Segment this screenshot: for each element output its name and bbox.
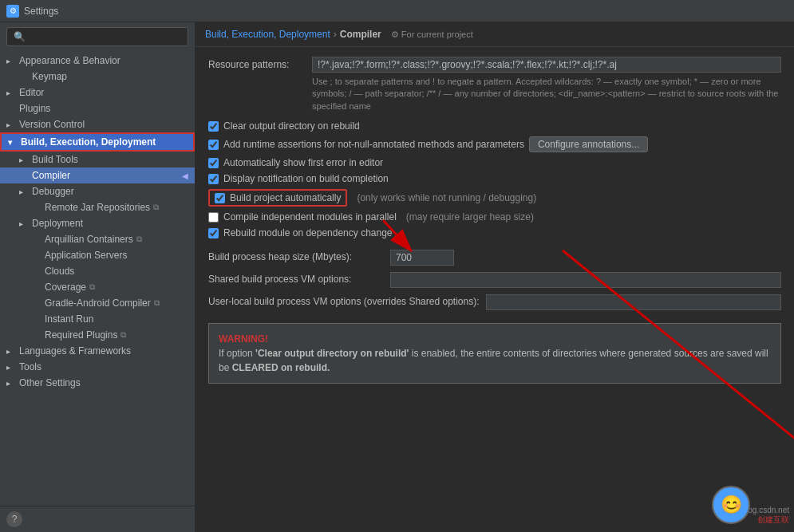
sidebar-item-editor[interactable]: ▸ Editor [0, 85, 195, 100]
warning-box: WARNING! If option 'Clear output directo… [208, 323, 781, 384]
build-auto-checkbox[interactable] [215, 193, 225, 203]
add-runtime-checkbox[interactable] [208, 140, 219, 150]
expand-arrow: ▸ [6, 379, 19, 388]
sidebar-item-build-exec-deploy[interactable]: ▾ Build, Execution, Deployment [0, 132, 195, 152]
breadcrumb: Build, Execution, Deployment › Compiler … [196, 22, 794, 47]
auto-show-error-label: Automatically show first error in editor [223, 157, 383, 168]
help-button[interactable]: ? [6, 511, 22, 527]
user-local-vm-input[interactable] [486, 294, 782, 310]
sidebar-item-remote-jar[interactable]: Remote Jar Repositories ⧉ [0, 199, 195, 215]
external-icon: ⧉ [136, 234, 142, 244]
resource-patterns-input[interactable] [312, 57, 781, 73]
breadcrumb-scope: ⚙ For current project [391, 30, 473, 40]
add-runtime-row: Add runtime assertions for not-null-anno… [208, 136, 781, 152]
sidebar-item-languages[interactable]: ▸ Languages & Frameworks [0, 343, 195, 359]
sidebar: ▸ Appearance & Behavior Keymap ▸ Editor … [0, 22, 196, 532]
build-auto-checkbox-box: Build project automatically [208, 189, 347, 207]
breadcrumb-link[interactable]: Build, Execution, Deployment [205, 29, 330, 40]
expand-arrow: ▸ [19, 187, 32, 196]
heap-size-input[interactable] [390, 250, 454, 266]
auto-show-error-checkbox[interactable] [208, 158, 219, 168]
sidebar-item-compiler[interactable]: Compiler ◀ [0, 167, 195, 183]
sidebar-tree: ▸ Appearance & Behavior Keymap ▸ Editor … [0, 51, 195, 506]
sidebar-item-appearance[interactable]: ▸ Appearance & Behavior [0, 53, 195, 69]
user-local-vm-label: User-local build process VM options (ove… [208, 294, 480, 307]
build-auto-row: Build project automatically (only works … [208, 189, 781, 207]
build-auto-note: (only works while not running / debuggin… [357, 192, 536, 203]
display-notification-row: Display notification on build completion [208, 173, 781, 184]
sidebar-item-deployment[interactable]: ▸ Deployment [0, 215, 195, 231]
clear-output-checkbox[interactable] [208, 121, 219, 132]
content-wrapper: Build, Execution, Deployment › Compiler … [196, 22, 794, 532]
expand-arrow: ▸ [6, 120, 19, 129]
sidebar-item-plugins[interactable]: Plugins [0, 100, 195, 116]
build-auto-label: Build project automatically [230, 192, 341, 203]
display-notification-checkbox[interactable] [208, 174, 219, 184]
external-icon: ⧉ [153, 203, 159, 212]
rebuild-module-row: Rebuild module on dependency change [208, 227, 781, 238]
expand-arrow: ▸ [6, 57, 19, 65]
title-text: Settings [24, 6, 58, 17]
sidebar-item-build-tools[interactable]: ▸ Build Tools [0, 152, 195, 167]
expand-arrow: ▸ [19, 156, 32, 164]
sidebar-item-coverage[interactable]: Coverage ⧉ [0, 279, 195, 295]
sidebar-item-clouds[interactable]: Clouds [0, 263, 195, 279]
shared-vm-label: Shared build process VM options: [208, 272, 384, 285]
rebuild-module-checkbox[interactable] [208, 228, 219, 238]
compile-parallel-note: (may require larger heap size) [406, 211, 534, 223]
external-icon: ⧉ [89, 282, 95, 292]
compile-parallel-checkbox-wrapper: Compile independent modules in parallel [208, 211, 397, 223]
expand-arrow: ▸ [6, 363, 19, 372]
expand-arrow: ▸ [6, 347, 19, 356]
compile-parallel-label: Compile independent modules in parallel [223, 211, 397, 223]
compile-parallel-row: Compile independent modules in parallel … [208, 211, 781, 223]
rebuild-module-label: Rebuild module on dependency change [223, 227, 393, 238]
expand-arrow: ▸ [6, 89, 19, 97]
external-icon: ⧉ [120, 330, 126, 340]
sidebar-item-instant-run[interactable]: Instant Run [0, 311, 195, 327]
display-notification-label: Display notification on build completion [223, 173, 389, 184]
sidebar-item-keymap[interactable]: Keymap [0, 69, 195, 85]
resource-patterns-row: Resource patterns: [208, 57, 781, 73]
title-bar: ⚙ Settings [0, 0, 794, 22]
sidebar-item-arquillian[interactable]: Arquillian Containers ⧉ [0, 231, 195, 247]
settings-body: Resource patterns: Use ; to separate pat… [196, 47, 794, 532]
auto-show-error-row: Automatically show first error in editor [208, 157, 781, 168]
configure-annotations-button[interactable]: Configure annotations... [529, 136, 648, 152]
shared-vm-input[interactable] [390, 272, 781, 288]
external-icon: ⧉ [154, 298, 160, 308]
breadcrumb-sep: › [334, 29, 337, 40]
sidebar-item-required-plugins[interactable]: Required Plugins ⧉ [0, 327, 195, 343]
resource-hint: Use ; to separate patterns and ! to nega… [312, 76, 781, 112]
user-avatar: 😊 [712, 486, 750, 524]
breadcrumb-current: Compiler [340, 29, 381, 40]
clear-output-row: Clear output directory on rebuild [208, 120, 781, 132]
warning-text: If option 'Clear output directory on reb… [219, 346, 771, 375]
sidebar-item-version-control[interactable]: ▸ Version Control [0, 116, 195, 132]
shared-vm-row: Shared build process VM options: [208, 272, 781, 288]
search-input[interactable] [6, 27, 188, 46]
app-icon: ⚙ [6, 5, 19, 18]
heap-size-label: Build process heap size (Mbytes): [208, 250, 384, 262]
clear-output-label: Clear output directory on rebuild [223, 120, 360, 132]
sidebar-item-other-settings[interactable]: ▸ Other Settings [0, 375, 195, 391]
sidebar-item-tools[interactable]: ▸ Tools [0, 359, 195, 375]
expand-arrow: ▾ [8, 138, 21, 147]
expand-arrow: ▸ [19, 219, 32, 228]
sidebar-bottom: ? [0, 506, 195, 532]
sidebar-item-app-servers[interactable]: Application Servers [0, 247, 195, 263]
resource-patterns-label: Resource patterns: [208, 57, 312, 70]
content-area: Build, Execution, Deployment › Compiler … [196, 22, 794, 532]
warning-title: WARNING! [219, 332, 771, 346]
avatar-icon: 😊 [721, 495, 742, 515]
sidebar-item-debugger[interactable]: ▸ Debugger [0, 183, 195, 199]
compile-parallel-checkbox[interactable] [208, 212, 219, 223]
arrow-indicator: ◀ [182, 171, 188, 180]
heap-size-row: Build process heap size (Mbytes): [208, 250, 781, 266]
user-local-vm-row: User-local build process VM options (ove… [208, 294, 781, 310]
sidebar-item-gradle-android[interactable]: Gradle-Android Compiler ⧉ [0, 295, 195, 311]
add-runtime-label: Add runtime assertions for not-null-anno… [223, 139, 524, 150]
